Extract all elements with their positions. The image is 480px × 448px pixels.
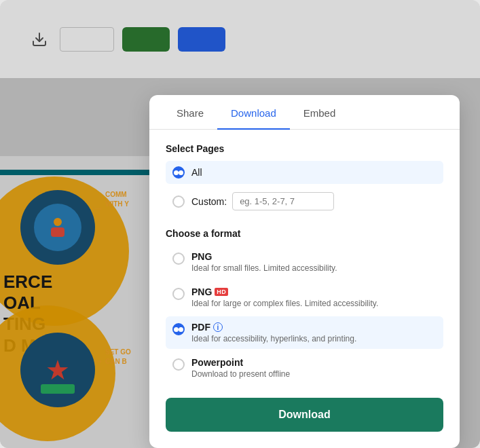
format-option-png-hd[interactable]: PNG HD Ideal for large or complex files.… [166, 281, 443, 314]
radio-custom[interactable]: Custom: [166, 187, 443, 216]
hd-badge: HD [215, 288, 228, 296]
pdf-info-icon[interactable]: i [213, 322, 223, 332]
download-modal: Share Download Embed Select Pages All Cu… [149, 95, 460, 448]
radio-all-dot [174, 170, 179, 175]
tab-share[interactable]: Share [163, 95, 217, 130]
format-png-desc: Ideal for small files. Limited accessibi… [191, 263, 337, 273]
format-pdf-name: PDF i [191, 322, 356, 333]
format-png-hd-info: PNG HD Ideal for large or complex files.… [191, 286, 378, 308]
app-container: COMMWITH Y → ERCEOALTINGD MAP ★ SET GOCA… [0, 0, 480, 448]
tab-download[interactable]: Download [217, 95, 290, 130]
select-pages-title: Select Pages [166, 143, 443, 154]
radio-png-hd-circle [172, 288, 185, 300]
radio-powerpoint-circle [172, 358, 185, 371]
radio-all-label: All [191, 167, 202, 178]
format-pdf-desc: Ideal for accessibility, hyperlinks, and… [191, 334, 356, 343]
format-powerpoint-name: Powerpoint [191, 357, 290, 368]
format-pdf-info: PDF i Ideal for accessibility, hyperlink… [191, 322, 356, 343]
radio-all-circle [172, 166, 185, 179]
radio-all[interactable]: All [166, 161, 443, 184]
format-png-hd-name: PNG HD [191, 286, 378, 297]
format-png-name: PNG [191, 251, 337, 262]
choose-format-title: Choose a format [166, 228, 443, 239]
format-png-hd-desc: Ideal for large or complex files. Limite… [191, 299, 378, 308]
format-option-powerpoint[interactable]: Powerpoint Download to present offline [166, 352, 443, 384]
radio-pdf-dot [174, 327, 179, 332]
format-powerpoint-desc: Download to present offline [191, 369, 290, 379]
custom-input-row: Custom: [191, 192, 334, 210]
custom-pages-input[interactable] [232, 192, 334, 210]
radio-custom-circle [172, 195, 185, 208]
modal-tabs: Share Download Embed [149, 95, 460, 130]
tab-embed[interactable]: Embed [290, 95, 350, 130]
format-option-pdf[interactable]: PDF i Ideal for accessibility, hyperlink… [166, 316, 443, 349]
format-section: Choose a format PNG Ideal for small file… [166, 228, 443, 384]
radio-custom-label: Custom: [191, 196, 227, 207]
format-powerpoint-info: Powerpoint Download to present offline [191, 357, 290, 379]
radio-png-circle [172, 253, 185, 265]
radio-pdf-circle [172, 323, 185, 335]
modal-body: Select Pages All Custom: Choose a format [149, 130, 460, 448]
format-png-info: PNG Ideal for small files. Limited acces… [191, 251, 337, 273]
download-button[interactable]: Download [166, 398, 443, 432]
format-option-png[interactable]: PNG Ideal for small files. Limited acces… [166, 246, 443, 278]
